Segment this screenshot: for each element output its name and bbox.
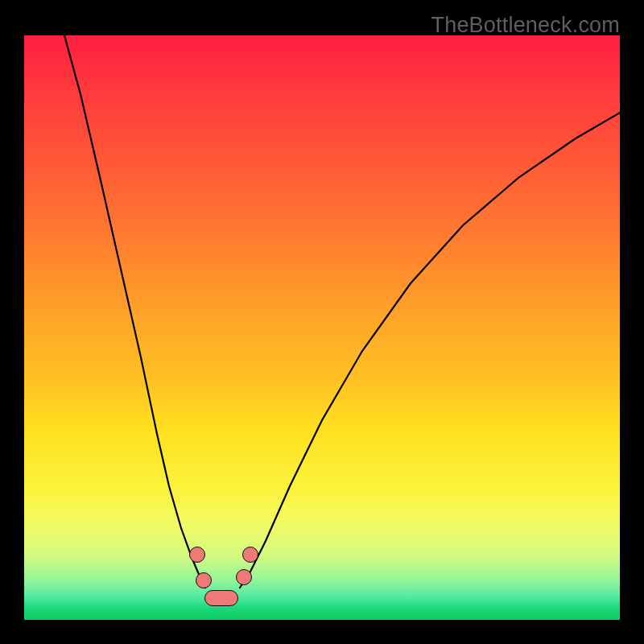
watermark-text: TheBottleneck.com (431, 13, 620, 38)
curve-layer (24, 35, 620, 620)
chart-frame: TheBottleneck.com (0, 0, 644, 644)
plot-area (24, 35, 620, 620)
marker-left-lower (196, 572, 212, 588)
marker-bottom-bar (204, 590, 238, 606)
marker-left-upper (189, 547, 205, 563)
marker-right-upper (242, 547, 258, 563)
curve-left (64, 35, 205, 588)
marker-right-lower (236, 569, 252, 585)
curve-right (240, 113, 620, 588)
